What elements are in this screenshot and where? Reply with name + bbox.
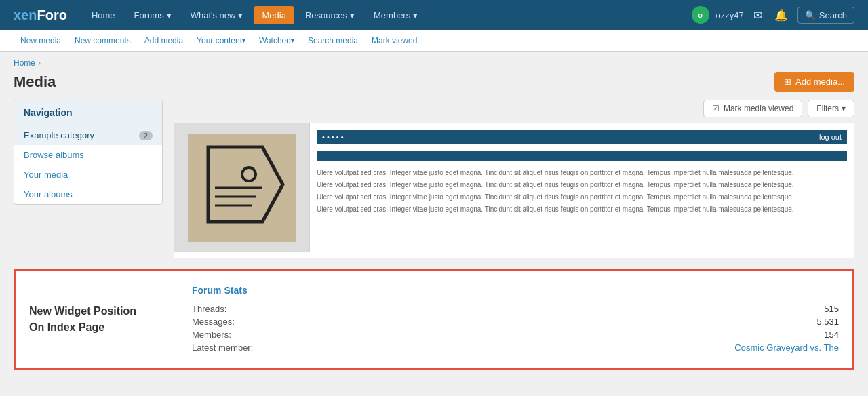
navigation-box: Navigation Example category 2 Browse alb…: [14, 100, 163, 205]
your-albums-link[interactable]: Your albums: [24, 189, 73, 199]
preview-line-1: Ulere volutpat sed cras. Integer vitae j…: [317, 168, 847, 178]
media-toolbar: ☑ Mark media viewed Filters ▾: [174, 100, 854, 117]
search-button[interactable]: 🔍 Search: [797, 7, 854, 24]
latest-member-label: Latest member:: [192, 342, 253, 353]
your-media-link[interactable]: Your media: [24, 170, 68, 180]
stats-row-members: Members: 154: [192, 328, 839, 341]
sidebar-item-your-media[interactable]: Your media: [14, 165, 162, 184]
subnav-your-content[interactable]: Your content: [190, 30, 252, 52]
preview-line-2: Ulere volutpat sed cras. Integer vitae j…: [317, 180, 847, 190]
members-value: 154: [824, 330, 839, 340]
widget-left-section: New Widget Position On Index Page: [29, 285, 178, 354]
mark-media-viewed-button[interactable]: ☑ Mark media viewed: [703, 100, 802, 117]
media-thumbnail[interactable]: [174, 123, 310, 252]
stats-row-messages: Messages: 5,531: [192, 315, 839, 328]
nav-whats-new[interactable]: What's new▾: [182, 6, 252, 24]
navigation-title: Navigation: [14, 100, 162, 125]
forum-stats-title: Forum Stats: [192, 285, 839, 296]
username-label[interactable]: ozzy47: [716, 10, 744, 20]
subnav-watched[interactable]: Watched: [252, 30, 301, 52]
messages-value: 5,531: [816, 317, 839, 327]
preview-header: • • • • • log out: [317, 130, 847, 144]
nav-members[interactable]: Members▾: [366, 6, 426, 24]
preview-line-4: Ulere volutpat sed cras. Integer vitae j…: [317, 205, 847, 214]
chevron-down-icon: ▾: [842, 104, 846, 113]
nav-home[interactable]: Home: [83, 6, 123, 24]
stats-row-threads: Threads: 515: [192, 302, 839, 315]
subnav-search-media[interactable]: Search media: [301, 30, 365, 52]
chevron-down-icon: ▾: [413, 10, 418, 20]
sidebar-item-your-albums[interactable]: Your albums: [14, 184, 162, 204]
bottom-widget: New Widget Position On Index Page Forum …: [14, 269, 854, 370]
nav-right-section: o ozzy47 ✉ 🔔 🔍 Search: [692, 6, 854, 24]
breadcrumb: Home ›: [14, 58, 854, 68]
category-badge: 2: [139, 131, 153, 140]
avatar: o: [692, 6, 709, 24]
page-title-row: Media ⊞ Add media...: [14, 72, 854, 92]
sidebar: Navigation Example category 2 Browse alb…: [14, 100, 163, 258]
preview-line-3: Ulere volutpat sed cras. Integer vitae j…: [317, 193, 847, 202]
tag-icon: [188, 134, 296, 242]
subnav-mark-viewed[interactable]: Mark viewed: [365, 30, 424, 52]
logo-part1: xen: [14, 7, 37, 22]
sub-navigation: New media New comments Add media Your co…: [0, 30, 868, 52]
browse-albums-link[interactable]: Browse albums: [24, 150, 84, 160]
subnav-new-comments[interactable]: New comments: [68, 30, 138, 52]
preview-blue-bar: [317, 151, 847, 161]
threads-value: 515: [824, 304, 839, 314]
media-grid: • • • • • log out Ulere volutpat sed cra…: [174, 123, 854, 258]
page-title: Media: [14, 73, 56, 91]
messages-label: Messages:: [192, 317, 235, 327]
media-preview-content: • • • • • log out Ulere volutpat sed cra…: [310, 123, 854, 258]
preview-nav-text: • • • • •: [322, 133, 343, 141]
main-content: Home › Media ⊞ Add media... Navigation E…: [0, 52, 868, 376]
notifications-icon[interactable]: 🔔: [772, 6, 791, 24]
search-icon: 🔍: [805, 10, 816, 20]
sidebar-item-example-category[interactable]: Example category 2: [14, 125, 162, 145]
preview-action: log out: [819, 133, 842, 141]
members-label: Members:: [192, 330, 231, 340]
chevron-down-icon: ▾: [167, 10, 172, 20]
messages-icon[interactable]: ✉: [751, 6, 765, 24]
widget-right-section: Forum Stats Threads: 515 Messages: 5,531…: [192, 285, 839, 354]
top-navigation: xenForo Home Forums▾ What's new▾ Media R…: [0, 0, 868, 30]
search-label: Search: [819, 10, 847, 20]
filters-button[interactable]: Filters ▾: [808, 100, 854, 117]
breadcrumb-home[interactable]: Home: [14, 58, 35, 68]
plus-icon: ⊞: [784, 77, 791, 87]
check-icon: ☑: [712, 104, 719, 113]
subnav-add-media[interactable]: Add media: [138, 30, 190, 52]
media-area: ☑ Mark media viewed Filters ▾: [174, 100, 854, 258]
breadcrumb-separator: ›: [38, 58, 41, 68]
widget-title: New Widget Position On Index Page: [29, 303, 178, 336]
chevron-down-icon: ▾: [238, 10, 243, 20]
stats-row-latest-member: Latest member: Cosmic Graveyard vs. The: [192, 341, 839, 354]
subnav-new-media[interactable]: New media: [14, 30, 68, 52]
nav-forums[interactable]: Forums▾: [126, 6, 180, 24]
chevron-down-icon: ▾: [350, 10, 355, 20]
category-label: Example category: [24, 130, 94, 140]
nav-media[interactable]: Media: [254, 6, 294, 24]
sidebar-item-browse-albums[interactable]: Browse albums: [14, 145, 162, 165]
content-layout: Navigation Example category 2 Browse alb…: [14, 100, 854, 258]
logo: xenForo: [14, 7, 67, 23]
logo-part2: Foro: [37, 7, 66, 22]
add-media-button[interactable]: ⊞ Add media...: [774, 72, 854, 92]
latest-member-link[interactable]: Cosmic Graveyard vs. The: [734, 342, 839, 353]
nav-resources[interactable]: Resources▾: [297, 6, 363, 24]
threads-label: Threads:: [192, 304, 226, 314]
